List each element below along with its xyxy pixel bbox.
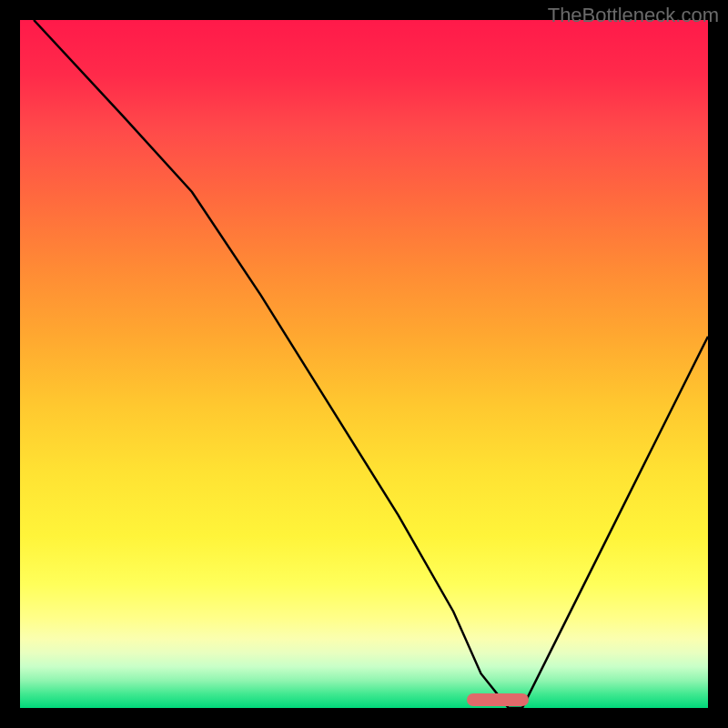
watermark-text: TheBottleneck.com <box>548 4 719 27</box>
optimal-marker <box>467 693 529 706</box>
curve-path <box>34 20 708 708</box>
chart-curve <box>20 20 708 708</box>
chart-plot-area <box>20 20 708 708</box>
